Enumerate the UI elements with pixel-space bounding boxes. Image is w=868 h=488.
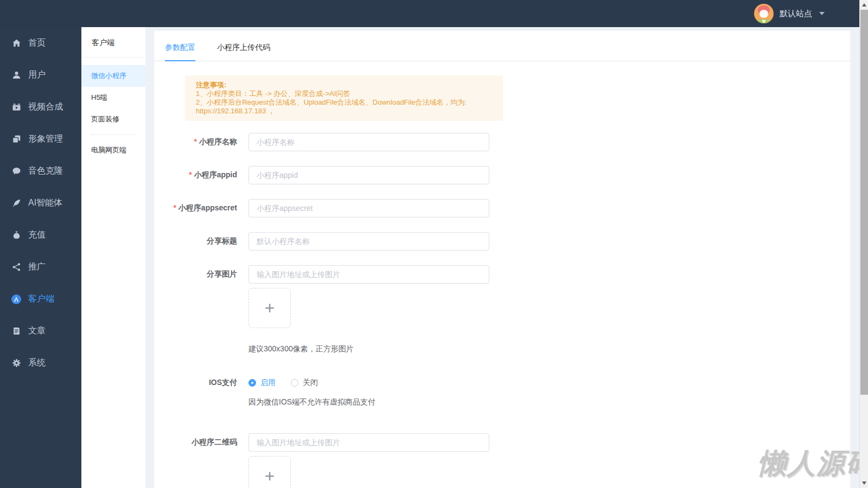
sidebar-item-voice-clone[interactable]: 音色克隆 [0, 155, 81, 187]
tab-parameter-config[interactable]: 参数配置 [165, 43, 195, 61]
arrow-down-icon [862, 481, 866, 485]
form-row-appsecret: *小程序appsecret [185, 199, 850, 217]
radio-disable[interactable] [291, 379, 298, 387]
notice-title: 注意事项: [196, 81, 492, 89]
miniprogram-name-input[interactable] [248, 133, 489, 151]
scrollbar[interactable] [859, 0, 868, 488]
sidebar-item-promotion[interactable]: 推广 [0, 251, 81, 283]
sidebar-item-label: 文章 [28, 325, 46, 337]
sidebar-item-articles[interactable]: 文章 [0, 315, 81, 347]
site-selector-label[interactable]: 默认站点 [780, 9, 812, 19]
tab-upload-code[interactable]: 小程序上传代码 [217, 43, 270, 61]
notice-line: 1、小程序类目：工具 -> 办公、深度合成->AI问答 [196, 89, 492, 98]
client-app-icon [11, 294, 21, 304]
required-asterisk: * [173, 203, 176, 212]
ios-pay-radio-group: 启用 关闭 [248, 378, 318, 388]
money-bag-icon [11, 230, 21, 240]
user-icon [11, 70, 21, 80]
field-label: 小程序名称 [199, 137, 237, 146]
form-row-name: *小程序名称 [185, 133, 850, 151]
feather-icon [11, 198, 21, 208]
field-label: 分享图片 [207, 269, 237, 278]
share-image-url-input[interactable] [248, 265, 489, 284]
qrcode-url-input[interactable] [248, 433, 489, 452]
form-row-ios-pay: IOS支付 启用 关闭 [185, 378, 850, 388]
copy-icon [11, 134, 21, 144]
field-label: 小程序appid [194, 170, 237, 179]
radio-disable-label[interactable]: 关闭 [303, 378, 318, 388]
required-asterisk: * [189, 170, 192, 179]
qrcode-upload-button[interactable]: + [248, 456, 291, 488]
speech-bubble-icon [11, 166, 21, 176]
form-row-qrcode: 小程序二维码 [185, 433, 850, 452]
submenu-item-pc-web[interactable]: 电脑网页端 [81, 139, 145, 161]
sidebar-item-recharge[interactable]: 充值 [0, 219, 81, 251]
config-form: *小程序名称 *小程序appid *小程序appsecret 分享标题 分享图片 [185, 133, 850, 488]
share-title-input[interactable] [248, 232, 489, 251]
chevron-down-icon[interactable] [819, 12, 825, 15]
sidebar-menu: 首页 用户 视频合成 形象管理 音色克隆 [0, 0, 81, 379]
form-row-share-image: 分享图片 [185, 265, 850, 284]
avatar-face [760, 10, 768, 18]
scrollbar-thumb[interactable] [860, 10, 868, 395]
submenu-item-page-decorate[interactable]: 页面装修 [81, 108, 145, 130]
secondary-menu: 微信小程序 H5端 页面装修 电脑网页端 [81, 57, 145, 161]
field-label: 小程序appsecret [178, 203, 237, 212]
watermark-text: 懒人源码 [758, 445, 868, 483]
sidebar-item-label: 用户 [28, 69, 46, 81]
notice-line: https://192.168.17.183 ， [196, 107, 492, 115]
sidebar-item-label: 客户端 [28, 293, 54, 305]
notice-line: 2、小程序后台Request合法域名、UploadFile合法域名、Downlo… [196, 98, 492, 107]
share-image-hint: 建议300x300像素，正方形图片 [248, 344, 850, 353]
field-label: IOS支付 [209, 378, 237, 387]
sidebar-item-label: 首页 [28, 37, 46, 49]
ios-pay-hint: 因为微信IOS端不允许有虚拟商品支付 [248, 397, 850, 406]
form-row-appid: *小程序appid [185, 166, 850, 184]
document-icon [11, 326, 21, 336]
required-asterisk: * [194, 137, 197, 146]
appsecret-input[interactable] [248, 199, 489, 217]
plus-icon: + [265, 298, 275, 318]
plus-icon: + [265, 466, 275, 486]
sidebar: 首页 用户 视频合成 形象管理 音色克隆 [0, 0, 81, 488]
topbar: 默认站点 [0, 0, 859, 27]
radio-enable[interactable] [248, 379, 256, 387]
home-icon [11, 38, 21, 48]
secondary-sidebar: 客户端 微信小程序 H5端 页面装修 电脑网页端 [81, 27, 145, 488]
sidebar-item-users[interactable]: 用户 [0, 59, 81, 91]
sidebar-item-label: 系统 [28, 357, 46, 369]
sidebar-item-video-synthesis[interactable]: 视频合成 [0, 91, 81, 123]
submenu-divider [90, 134, 137, 135]
share-icon [11, 262, 21, 272]
sidebar-item-home[interactable]: 首页 [0, 27, 81, 59]
sidebar-item-label: 推广 [28, 261, 46, 273]
arrow-up-icon [862, 3, 866, 7]
notice-box: 注意事项: 1、小程序类目：工具 -> 办公、深度合成->AI问答 2、小程序后… [185, 75, 503, 121]
form-row-share-title: 分享标题 [185, 232, 850, 251]
gear-icon [11, 358, 21, 368]
submenu-item-wechat-miniprogram[interactable]: 微信小程序 [81, 65, 145, 87]
sidebar-item-ai-agent[interactable]: AI智能体 [0, 187, 81, 219]
submenu-item-h5[interactable]: H5端 [81, 87, 145, 108]
share-image-upload-button[interactable]: + [248, 288, 291, 328]
secondary-sidebar-title: 客户端 [81, 27, 145, 57]
video-icon [11, 102, 21, 112]
sidebar-item-label: 音色克隆 [28, 165, 63, 177]
sidebar-item-label: AI智能体 [28, 197, 62, 209]
sidebar-item-label: 视频合成 [28, 101, 63, 113]
scroll-up-button[interactable] [860, 1, 868, 9]
field-label: 小程序二维码 [192, 438, 237, 446]
sidebar-item-label: 充值 [28, 229, 46, 241]
avatar[interactable] [754, 4, 774, 23]
tab-bar: 参数配置 小程序上传代码 [154, 31, 850, 61]
sidebar-item-system[interactable]: 系统 [0, 347, 81, 379]
sidebar-item-label: 形象管理 [28, 133, 63, 145]
scroll-down-button[interactable] [860, 479, 868, 487]
tab-content: 注意事项: 1、小程序类目：工具 -> 办公、深度合成->AI问答 2、小程序后… [154, 61, 850, 488]
sidebar-item-image-manage[interactable]: 形象管理 [0, 123, 81, 155]
appid-input[interactable] [248, 166, 489, 184]
sidebar-item-client[interactable]: 客户端 [0, 283, 81, 315]
main-card: 参数配置 小程序上传代码 注意事项: 1、小程序类目：工具 -> 办公、深度合成… [154, 31, 850, 488]
field-label: 分享标题 [207, 236, 237, 245]
radio-enable-label[interactable]: 启用 [260, 378, 276, 388]
